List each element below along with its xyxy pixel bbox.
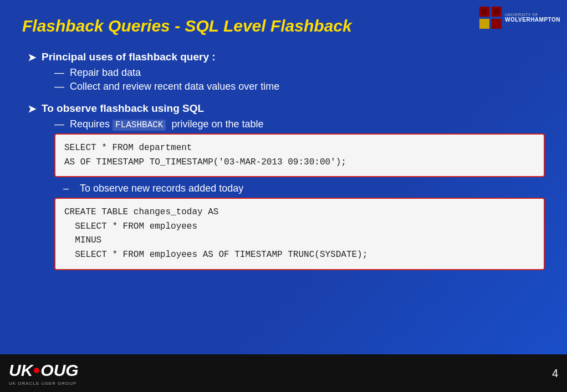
svg-rect-5 [494,9,499,14]
code-block-create: CREATE TABLE changes_today AS SELECT * F… [54,198,545,270]
sub-collect-text: Collect and review recent data values ov… [70,81,279,92]
sub-repair-text: Repair bad data [70,67,141,79]
dash-4: – [63,183,74,194]
uk-dot-icon [34,368,39,373]
logo-area: University of Wolverhampton [461,4,560,31]
sub-new-records: – To observe new records added today [63,183,545,194]
code-line-1: SELECT * FROM department AS OF TIMESTAMP… [64,141,535,169]
ukoug-letters: UK OUG [9,361,79,380]
logo-text: University of Wolverhampton [505,13,560,23]
bullet-principal-uses: ➤ Principal uses of flashback query : [28,51,545,64]
dash-3: — [54,118,64,130]
bottom-bar: UK OUG UK ORACLE USER GROUP 4 [0,354,567,392]
svg-rect-4 [482,9,487,14]
arrow-icon-2: ➤ [28,103,36,115]
bullet-observe-sql: ➤ To observe flashback using SQL [28,102,545,115]
oug-text: OUG [40,361,78,380]
ukoug-subtitle: UK ORACLE USER GROUP [9,381,76,386]
uk-text: UK [9,361,33,380]
svg-rect-3 [492,19,502,29]
arrow-icon-1: ➤ [28,51,36,64]
gap-1 [28,95,545,102]
inline-code-flashback: FLASHBACK [113,120,166,131]
content-area: ➤ Principal uses of flashback query : — … [22,51,545,270]
sub-requires: — Requires FLASHBACK privilege on the ta… [54,118,545,130]
sub-requires-text: Requires FLASHBACK privilege on the tabl… [70,118,264,130]
bullet-observe-text: To observe flashback using SQL [42,102,204,115]
dash-2: — [54,81,64,92]
university-label: University of [505,13,538,17]
bullet-principal-text: Principal uses of flashback query : [42,51,216,63]
page-number: 4 [552,367,558,380]
sub-new-records-text: To observe new records added today [80,183,243,194]
code-create-lines: CREATE TABLE changes_today AS SELECT * F… [64,205,535,262]
slide: University of Wolverhampton Flashback Qu… [0,0,567,392]
sub-repair: — Repair bad data [54,67,545,79]
wolverhampton-label: Wolverhampton [505,17,560,23]
wlv-logo-icon [479,7,502,29]
sub-collect: — Collect and review recent data values … [54,81,545,92]
code-block-select: SELECT * FROM department AS OF TIMESTAMP… [54,133,545,177]
svg-rect-2 [479,19,489,29]
dash-1: — [54,67,64,79]
ukoug-logo-wrap: UK OUG UK ORACLE USER GROUP [9,361,79,386]
wolverhampton-logo: University of Wolverhampton [479,7,560,29]
